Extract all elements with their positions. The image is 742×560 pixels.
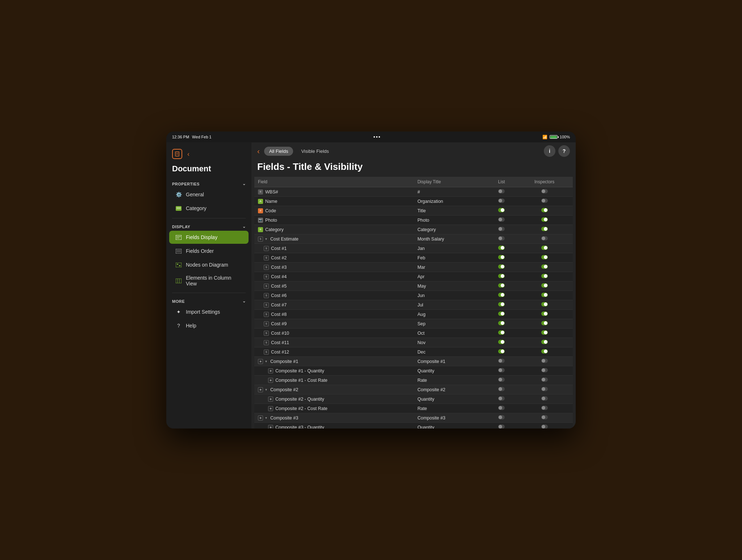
toggle-on[interactable] <box>498 340 505 344</box>
toggle-off[interactable] <box>541 387 548 391</box>
toggle-off[interactable] <box>498 415 505 419</box>
tab-all-fields[interactable]: All Fields <box>264 147 293 156</box>
toggle-on[interactable] <box>498 274 505 278</box>
inspectors-cell[interactable] <box>516 216 573 225</box>
list-cell[interactable] <box>487 281 516 291</box>
sidebar-item-fields-display[interactable]: Fields Display <box>169 231 249 244</box>
toggle-off[interactable] <box>498 396 505 401</box>
table-wrapper[interactable]: Field Display Title List Inspectors ≡ WB… <box>251 177 576 429</box>
help-button[interactable]: ? <box>558 145 570 157</box>
toggle-off[interactable] <box>498 368 505 372</box>
list-cell[interactable] <box>487 187 516 197</box>
list-cell[interactable] <box>487 357 516 366</box>
toggle-on[interactable] <box>541 246 548 250</box>
toggle-on[interactable] <box>498 321 505 325</box>
list-cell[interactable] <box>487 310 516 319</box>
inspectors-cell[interactable] <box>516 357 573 366</box>
list-cell[interactable] <box>487 347 516 357</box>
toggle-on[interactable] <box>498 264 505 269</box>
toggle-on[interactable] <box>498 255 505 259</box>
list-cell[interactable] <box>487 385 516 394</box>
inspectors-cell[interactable] <box>516 347 573 357</box>
inspectors-cell[interactable] <box>516 394 573 404</box>
inspectors-cell[interactable] <box>516 263 573 272</box>
toggle-off[interactable] <box>541 425 548 429</box>
toggle-off[interactable] <box>541 359 548 363</box>
toggle-on[interactable] <box>498 349 505 354</box>
toggle-off[interactable] <box>498 387 505 391</box>
toggle-on[interactable] <box>498 312 505 316</box>
list-cell[interactable] <box>487 216 516 225</box>
toggle-on[interactable] <box>541 208 548 212</box>
sidebar-item-elements-column[interactable]: Elements in Column View <box>169 272 249 289</box>
inspectors-cell[interactable] <box>516 225 573 234</box>
toggle-on[interactable] <box>541 321 548 325</box>
toggle-on[interactable] <box>541 340 548 344</box>
inspectors-cell[interactable] <box>516 291 573 300</box>
inspectors-cell[interactable] <box>516 253 573 263</box>
sidebar-item-import-settings[interactable]: ✦ Import Settings <box>169 305 249 318</box>
list-cell[interactable] <box>487 244 516 253</box>
list-cell[interactable] <box>487 253 516 263</box>
toggle-on[interactable] <box>541 293 548 297</box>
info-button[interactable]: i <box>544 145 555 157</box>
list-cell[interactable] <box>487 394 516 404</box>
sidebar-item-category[interactable]: Category <box>169 202 249 215</box>
inspectors-cell[interactable] <box>516 376 573 385</box>
tab-visible-fields[interactable]: Visible Fields <box>296 147 334 156</box>
inspectors-cell[interactable] <box>516 338 573 347</box>
sidebar-item-fields-order[interactable]: Fields Order <box>169 245 249 258</box>
back-arrow-icon[interactable]: ‹ <box>187 150 189 158</box>
toggle-off[interactable] <box>541 236 548 241</box>
toggle-on[interactable] <box>498 283 505 288</box>
toggle-off[interactable] <box>498 359 505 363</box>
toggle-off[interactable] <box>498 227 505 231</box>
sidebar-item-help[interactable]: ? Help <box>169 319 249 332</box>
toggle-on[interactable] <box>541 330 548 335</box>
list-cell[interactable] <box>487 413 516 423</box>
toggle-off[interactable] <box>541 415 548 419</box>
toggle-off[interactable] <box>498 198 505 203</box>
toggle-on[interactable] <box>541 302 548 306</box>
toggle-on[interactable] <box>541 349 548 354</box>
toggle-off[interactable] <box>498 217 505 222</box>
inspectors-cell[interactable] <box>516 366 573 376</box>
toggle-on[interactable] <box>541 227 548 231</box>
inspectors-cell[interactable] <box>516 244 573 253</box>
toggle-on[interactable] <box>541 283 548 288</box>
list-cell[interactable] <box>487 263 516 272</box>
inspectors-cell[interactable] <box>516 413 573 423</box>
inspectors-cell[interactable] <box>516 187 573 197</box>
toggle-on[interactable] <box>498 293 505 297</box>
list-cell[interactable] <box>487 376 516 385</box>
list-cell[interactable] <box>487 423 516 429</box>
list-cell[interactable] <box>487 338 516 347</box>
inspectors-cell[interactable] <box>516 310 573 319</box>
list-cell[interactable] <box>487 404 516 413</box>
sidebar-item-nodes-on-diagram[interactable]: Nodes on Diagram <box>169 258 249 271</box>
inspectors-cell[interactable] <box>516 385 573 394</box>
toggle-off[interactable] <box>541 377 548 382</box>
sidebar-item-general[interactable]: ⚙️ General <box>169 188 249 201</box>
toggle-on[interactable] <box>541 312 548 316</box>
list-cell[interactable] <box>487 272 516 281</box>
toggle-off[interactable] <box>498 406 505 410</box>
toggle-off[interactable] <box>498 189 505 193</box>
list-cell[interactable] <box>487 225 516 234</box>
list-cell[interactable] <box>487 319 516 329</box>
inspectors-cell[interactable] <box>516 197 573 206</box>
toggle-on[interactable] <box>541 255 548 259</box>
inspectors-cell[interactable] <box>516 404 573 413</box>
toggle-on[interactable] <box>498 302 505 306</box>
toggle-off[interactable] <box>541 406 548 410</box>
inspectors-cell[interactable] <box>516 272 573 281</box>
toggle-off[interactable] <box>498 377 505 382</box>
toggle-on[interactable] <box>541 264 548 269</box>
list-cell[interactable] <box>487 366 516 376</box>
list-cell[interactable] <box>487 329 516 338</box>
toggle-off[interactable] <box>498 425 505 429</box>
toggle-on[interactable] <box>498 208 505 212</box>
inspectors-cell[interactable] <box>516 423 573 429</box>
toggle-off[interactable] <box>541 198 548 203</box>
toggle-on[interactable] <box>541 217 548 222</box>
